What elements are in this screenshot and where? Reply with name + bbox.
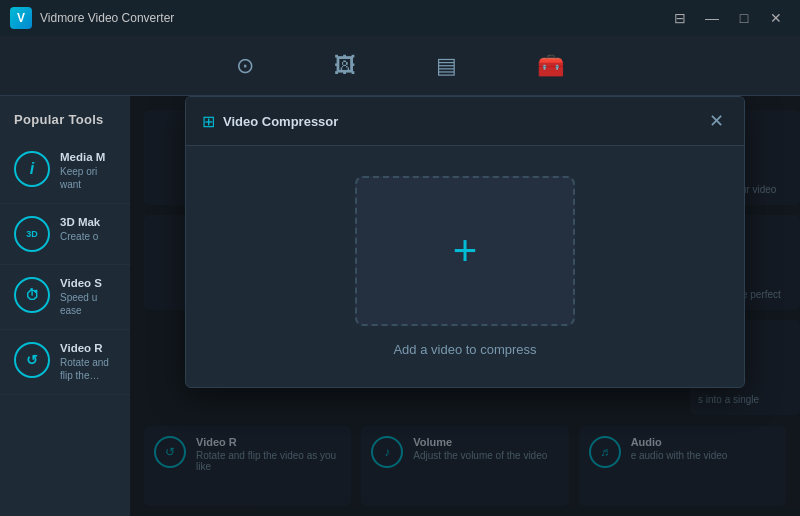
rotate-tool-desc: Rotate and flip the video as you like [60, 356, 116, 382]
modal-close-button[interactable]: ✕ [704, 109, 728, 133]
media-icon-circle: i [14, 151, 50, 187]
content-area: ↺ Video R Rotate and flip the video as y… [130, 96, 800, 516]
main-area: Popular Tools i Media M Keep oriwant 3D … [0, 96, 800, 516]
titlebar-left: V Vidmore Video Converter [10, 7, 174, 29]
3d-icon: 3D [26, 229, 38, 239]
modal-title-row: ⊞ Video Compressor [202, 112, 338, 131]
speed-tool-desc: Speed uease [60, 291, 116, 317]
3d-tool-desc: Create o [60, 230, 116, 243]
drop-zone[interactable]: + [355, 176, 575, 326]
app-title: Vidmore Video Converter [40, 11, 174, 25]
modal-overlay: ⊞ Video Compressor ✕ + Add a video to co… [130, 96, 800, 516]
speed-icon: ⏱ [25, 287, 39, 303]
3d-tool-text: 3D Mak Create o [60, 216, 116, 243]
maximize-btn[interactable]: □ [730, 8, 758, 28]
media-tool-name: Media M [60, 151, 116, 163]
speed-icon-circle: ⏱ [14, 277, 50, 313]
modal-title: Video Compressor [223, 114, 338, 129]
media-tool-text: Media M Keep oriwant [60, 151, 116, 191]
trim-icon: ▤ [436, 55, 457, 77]
3d-tool-name: 3D Mak [60, 216, 116, 228]
nav-toolbox[interactable]: 🧰 [527, 49, 574, 83]
sidebar-title: Popular Tools [0, 112, 130, 139]
modal-body: + Add a video to compress [186, 146, 744, 387]
nav-trim[interactable]: ▤ [426, 49, 467, 83]
3d-icon-circle: 3D [14, 216, 50, 252]
speed-tool-name: Video S [60, 277, 116, 289]
titlebar-controls: ⊟ — □ ✕ [666, 8, 790, 28]
rotate-tool-name: Video R [60, 342, 116, 354]
photo-icon: 🖼 [334, 55, 356, 77]
app-icon: V [10, 7, 32, 29]
video-compressor-modal: ⊞ Video Compressor ✕ + Add a video to co… [185, 96, 745, 388]
modal-header-icon: ⊞ [202, 112, 215, 131]
top-navigation: ⊙ 🖼 ▤ 🧰 [0, 36, 800, 96]
sidebar-item-videospeed[interactable]: ⏱ Video S Speed uease [0, 265, 130, 330]
nav-convert[interactable]: ⊙ [226, 49, 264, 83]
plus-icon: + [453, 230, 478, 272]
rotate-icon: ↺ [26, 352, 38, 368]
sidebar-item-media[interactable]: i Media M Keep oriwant [0, 139, 130, 204]
toolbox-icon: 🧰 [537, 55, 564, 77]
speed-tool-text: Video S Speed uease [60, 277, 116, 317]
info-icon: i [30, 160, 34, 178]
modal-header: ⊞ Video Compressor ✕ [186, 97, 744, 146]
sidebar-item-videorotate[interactable]: ↺ Video R Rotate and flip the video as y… [0, 330, 130, 395]
close-btn[interactable]: ✕ [762, 8, 790, 28]
rotate-icon-circle: ↺ [14, 342, 50, 378]
convert-icon: ⊙ [236, 55, 254, 77]
media-tool-desc: Keep oriwant [60, 165, 116, 191]
nav-photo[interactable]: 🖼 [324, 49, 366, 83]
drop-label: Add a video to compress [393, 342, 536, 357]
rotate-tool-text: Video R Rotate and flip the video as you… [60, 342, 116, 382]
titlebar: V Vidmore Video Converter ⊟ — □ ✕ [0, 0, 800, 36]
sidebar-item-3dmake[interactable]: 3D 3D Mak Create o [0, 204, 130, 265]
minimize-btn[interactable]: — [698, 8, 726, 28]
subtitle-btn[interactable]: ⊟ [666, 8, 694, 28]
sidebar: Popular Tools i Media M Keep oriwant 3D … [0, 96, 130, 516]
